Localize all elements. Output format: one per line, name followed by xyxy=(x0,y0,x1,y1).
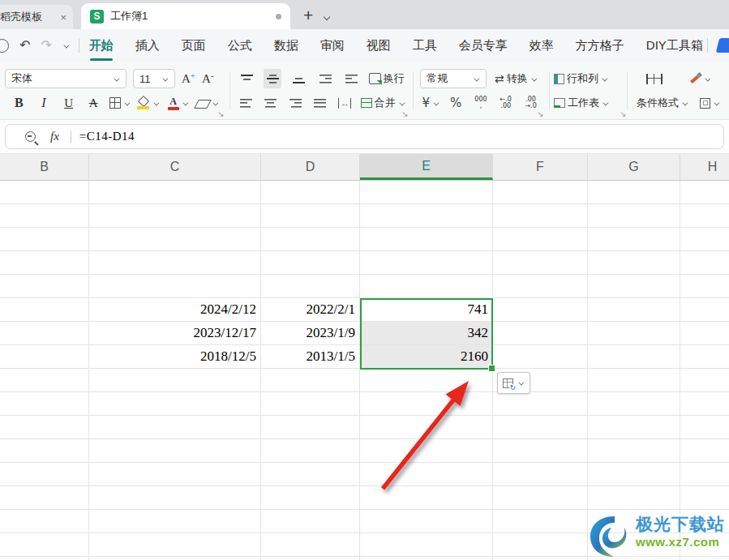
cell-D[interactable]: 2022/2/1 xyxy=(261,298,360,322)
cell-B[interactable] xyxy=(0,463,89,486)
cell-D[interactable] xyxy=(261,228,360,251)
fill-handle[interactable] xyxy=(488,365,495,372)
cell-E[interactable] xyxy=(360,510,493,533)
cell-B[interactable] xyxy=(0,510,89,533)
cell-G[interactable] xyxy=(588,345,680,369)
align-bottom-button[interactable] xyxy=(290,69,308,88)
cell-H[interactable] xyxy=(680,181,729,204)
cell-H[interactable] xyxy=(680,345,729,369)
cell-D[interactable] xyxy=(261,251,360,275)
column-header-E[interactable]: E xyxy=(360,154,493,180)
cell-B[interactable] xyxy=(0,416,89,439)
text-orientation-button[interactable]: ↔ xyxy=(336,93,354,113)
cell-H[interactable] xyxy=(680,204,729,228)
menu-tab-视图[interactable]: 视图 xyxy=(367,38,391,53)
cell-D[interactable] xyxy=(261,557,360,560)
cell-F[interactable] xyxy=(493,392,588,416)
cell-C[interactable] xyxy=(89,181,261,204)
wps-ai-icon[interactable] xyxy=(716,38,729,53)
cell-G[interactable] xyxy=(588,439,680,463)
cell-C[interactable] xyxy=(89,533,261,557)
menu-tab-会员专享[interactable]: 会员专享 xyxy=(459,38,508,53)
quick-access-chevron-icon[interactable] xyxy=(63,42,69,48)
cell-E[interactable] xyxy=(360,392,493,416)
cell-F[interactable] xyxy=(493,275,588,298)
menu-tab-插入[interactable]: 插入 xyxy=(135,38,160,53)
cell-D[interactable] xyxy=(261,533,360,557)
fill-options-button[interactable]: ↻ xyxy=(497,372,530,394)
font-color-button[interactable]: A xyxy=(167,93,189,113)
align-left-button[interactable] xyxy=(237,93,255,113)
cell-E[interactable]: 2160 xyxy=(360,345,493,369)
cell-H[interactable] xyxy=(680,369,729,392)
cell-D[interactable] xyxy=(261,392,360,416)
dialog-launcher-icon[interactable]: ↘ xyxy=(537,109,543,118)
font-size-select[interactable]: 11 xyxy=(133,69,175,88)
cell-H[interactable] xyxy=(680,251,729,275)
cell-F[interactable] xyxy=(493,251,588,275)
zoom-out-magnifier-icon[interactable] xyxy=(25,131,36,142)
dialog-launcher-icon[interactable]: ↘ xyxy=(217,109,224,118)
cell-E[interactable] xyxy=(360,275,493,298)
formula-input-box[interactable]: fx =C14-D14 xyxy=(5,124,724,149)
thousands-separator-button[interactable]: 000 , xyxy=(472,93,490,113)
decrease-decimal-button[interactable]: ←.0 .00 xyxy=(497,93,515,113)
cell-H[interactable] xyxy=(680,275,729,298)
rows-columns-button[interactable]: 行和列 xyxy=(554,69,608,88)
cell-C[interactable] xyxy=(89,275,261,298)
redo-icon[interactable]: ↷ xyxy=(41,39,51,52)
search-icon[interactable] xyxy=(0,39,9,53)
cell-F[interactable] xyxy=(493,533,588,557)
cell-E[interactable] xyxy=(360,228,493,251)
column-header-F[interactable]: F xyxy=(493,154,588,180)
menu-tab-方方格子[interactable]: 方方格子 xyxy=(576,38,624,53)
cell-D[interactable] xyxy=(261,463,360,486)
increase-font-button[interactable]: A + xyxy=(182,72,195,86)
cell-C[interactable] xyxy=(89,416,261,439)
menu-tab-开始[interactable]: 开始 xyxy=(89,38,114,53)
cell-D[interactable] xyxy=(261,275,360,298)
cell-D[interactable] xyxy=(261,204,360,228)
convert-button[interactable]: ⇄ 转换 xyxy=(495,69,538,88)
cell-C[interactable] xyxy=(89,251,261,275)
column-header-G[interactable]: G xyxy=(588,154,680,180)
cell-F[interactable] xyxy=(493,204,588,228)
cell-E[interactable] xyxy=(360,251,493,275)
cell-G[interactable] xyxy=(588,251,680,275)
cell-G[interactable] xyxy=(588,322,680,345)
cell-C[interactable] xyxy=(89,369,261,392)
cell-C[interactable] xyxy=(89,228,261,251)
cell-E[interactable]: 741 xyxy=(360,298,493,322)
cell-H[interactable] xyxy=(680,322,729,345)
number-format-select[interactable]: 常规 xyxy=(420,69,487,88)
cell-H[interactable] xyxy=(680,298,729,322)
cell-E[interactable] xyxy=(360,181,493,204)
cell-B[interactable] xyxy=(0,181,89,204)
column-header-B[interactable]: B xyxy=(0,154,89,180)
dialog-launcher-icon[interactable]: ↘ xyxy=(620,109,626,118)
cell-G[interactable] xyxy=(588,369,680,392)
cell-F[interactable] xyxy=(493,463,588,486)
cell-G[interactable] xyxy=(588,298,680,322)
currency-button[interactable]: ¥ xyxy=(422,93,440,113)
cell-D[interactable] xyxy=(261,486,360,510)
cell-F[interactable] xyxy=(493,557,588,560)
cell-B[interactable] xyxy=(0,486,89,510)
cell-D[interactable] xyxy=(261,369,360,392)
undo-icon[interactable]: ↶ xyxy=(19,39,30,52)
cell-D[interactable]: 2023/1/9 xyxy=(261,322,360,345)
menu-tab-DIY工具箱[interactable]: DIY工具箱 xyxy=(646,38,703,53)
cell-C[interactable] xyxy=(89,463,261,486)
cell-H[interactable] xyxy=(680,463,729,486)
cell-E[interactable] xyxy=(360,533,493,557)
menu-tab-工具[interactable]: 工具 xyxy=(413,38,437,53)
align-top-button[interactable] xyxy=(238,69,255,88)
cell-B[interactable] xyxy=(0,345,89,369)
cell-H[interactable] xyxy=(680,416,729,439)
cell-G[interactable] xyxy=(588,228,680,251)
percent-button[interactable]: % xyxy=(447,93,465,113)
cell-C[interactable] xyxy=(89,439,261,463)
cell-F[interactable] xyxy=(493,181,588,204)
formula-text[interactable]: =C14-D14 xyxy=(79,130,135,143)
worksheet-button[interactable]: 工作表 xyxy=(554,93,609,113)
